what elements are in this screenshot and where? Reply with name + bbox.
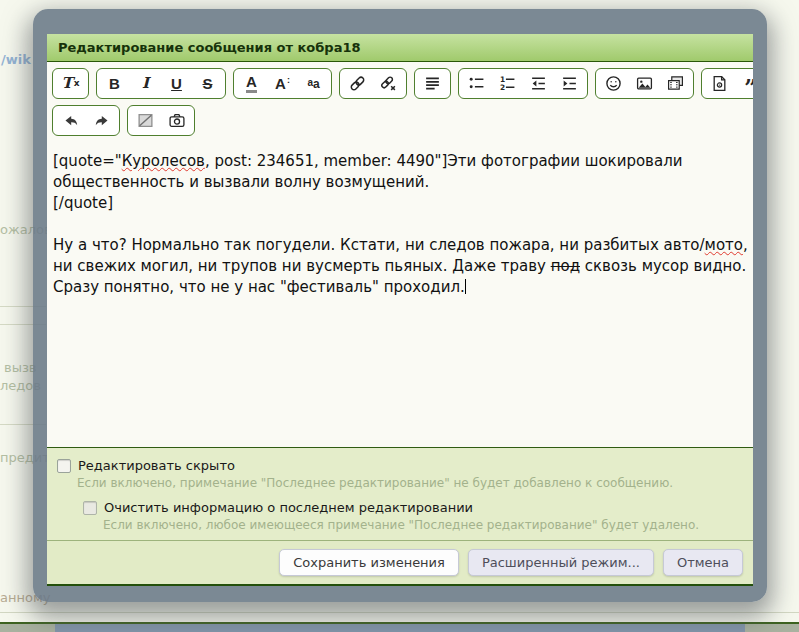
strikethrough-button[interactable]: S — [193, 71, 222, 96]
remove-link-button[interactable] — [374, 71, 403, 96]
font-size-icon: A: — [275, 76, 290, 91]
background-wiki-link: /wik — [1, 52, 31, 67]
clear-edit-option: Очистить информацию о последнем редактир… — [83, 500, 743, 515]
image-icon — [636, 75, 653, 92]
message-body-editor[interactable]: [quote="Куролесов, post: 234651, member:… — [47, 142, 753, 447]
outdent-button[interactable] — [524, 71, 553, 96]
page-footer-bar — [55, 624, 745, 632]
numbered-list-icon: 1 2 — [499, 75, 516, 92]
struck-word: под — [551, 257, 580, 275]
camera-icon — [168, 112, 186, 129]
editor-line: ни свежих могил, ни трупов ни вусмерть п… — [53, 256, 747, 277]
screenshot-stage: /wik ожалов вызв ледов предит анному Ред… — [0, 0, 799, 632]
group-links — [339, 68, 407, 99]
save-changes-button[interactable]: Сохранить изменения — [279, 549, 459, 576]
camera-upload-button[interactable] — [162, 108, 191, 133]
editor-line: Сразу понятно, что не у нас "фестиваль" … — [53, 277, 747, 298]
underline-icon: U — [171, 76, 182, 91]
smilies-button[interactable] — [599, 71, 628, 96]
page-footer-border — [0, 622, 799, 624]
bold-icon: B — [109, 76, 120, 91]
dialog-button-bar: Сохранить изменения Расширенный режим...… — [47, 540, 753, 586]
bold-button[interactable]: B — [100, 71, 129, 96]
group-lists: 1 2 — [458, 68, 588, 99]
font-family-icon: aa — [307, 78, 319, 90]
insert-image-button[interactable] — [630, 71, 659, 96]
insert-quote-button[interactable]: ” — [736, 71, 753, 96]
page-footer-rule — [0, 612, 799, 613]
editor-line — [53, 214, 747, 235]
clear-edit-label[interactable]: Очистить информацию о последнем редактир… — [104, 500, 473, 515]
outdent-icon — [530, 75, 547, 92]
media-icon — [667, 75, 684, 92]
insert-media-button[interactable] — [661, 71, 690, 96]
dialog-titlebar[interactable]: Редактирование сообщения от кобра18 — [47, 34, 753, 62]
indent-button[interactable] — [555, 71, 584, 96]
dialog-panel: Редактирование сообщения от кобра18 Tx B… — [47, 34, 753, 586]
alignment-button[interactable] — [418, 71, 447, 96]
group-font: A A: aa — [233, 68, 332, 99]
font-family-button[interactable]: aa — [299, 71, 328, 96]
link-icon — [349, 75, 366, 92]
cancel-button[interactable]: Отмена — [663, 549, 743, 576]
insert-link-button[interactable] — [343, 71, 372, 96]
group-alignment — [414, 68, 451, 99]
insert-code-button[interactable] — [705, 71, 734, 96]
clear-edit-checkbox[interactable] — [83, 501, 97, 515]
alignment-icon — [424, 75, 441, 92]
gallery-image-disabled-icon — [137, 112, 154, 129]
code-page-icon — [711, 75, 728, 92]
group-basic-format: B I U S — [96, 68, 226, 99]
editor-line: Ну а что? Нормально так погудели. Кстати… — [53, 235, 747, 256]
undo-button[interactable] — [56, 108, 85, 133]
clear-edit-hint: Если включено, любое имеющееся примечани… — [103, 518, 743, 532]
gallery-image-button[interactable] — [131, 108, 160, 133]
italic-button[interactable]: I — [131, 71, 160, 96]
strikethrough-icon: S — [202, 76, 212, 91]
toolbar-row-2 — [52, 105, 748, 136]
silent-edit-option: Редактировать скрыто — [57, 458, 743, 473]
underline-button[interactable]: U — [162, 71, 191, 96]
indent-icon — [561, 75, 578, 92]
silent-edit-label[interactable]: Редактировать скрыто — [78, 458, 235, 473]
text-cursor — [465, 279, 466, 294]
clear-edit-option-block: Очистить информацию о последнем редактир… — [83, 500, 743, 532]
edit-options-panel: Редактировать скрыто Если включено, прим… — [47, 447, 753, 540]
editor-toolbar: Tx B I U S A A: — [47, 62, 753, 142]
unlink-icon — [380, 75, 397, 92]
toolbar-row-1: Tx B I U S A A: — [52, 68, 748, 99]
quote-icon: ” — [744, 74, 753, 93]
editor-line: общественность и вызвали волну возмущени… — [53, 172, 747, 193]
group-attachments — [127, 105, 195, 136]
edit-message-dialog: Редактирование сообщения от кобра18 Tx B… — [33, 9, 767, 602]
text-color-button[interactable]: A — [237, 71, 266, 96]
silent-edit-hint: Если включено, примечание "Последнее ред… — [77, 476, 743, 490]
advanced-mode-button[interactable]: Расширенный режим... — [468, 549, 654, 576]
redo-button[interactable] — [87, 108, 116, 133]
italic-icon: I — [142, 76, 149, 91]
smiley-icon — [605, 75, 622, 92]
text-color-icon: A — [246, 74, 257, 93]
group-history — [52, 105, 120, 136]
editor-line: [quote="Куролесов, post: 234651, member:… — [53, 151, 747, 172]
background-text-fragment: вызв — [4, 360, 37, 375]
group-media — [595, 68, 694, 99]
bullet-list-button[interactable] — [462, 71, 491, 96]
group-blocks: ” — [701, 68, 753, 99]
svg-text:2: 2 — [500, 83, 505, 92]
misspelled-word: Куролесов — [122, 152, 205, 170]
undo-icon — [62, 113, 80, 129]
redo-icon — [93, 113, 111, 129]
remove-format-button[interactable]: Tx — [56, 71, 85, 96]
group-remove-format: Tx — [52, 68, 89, 99]
remove-format-icon: Tx — [62, 76, 80, 91]
bullet-list-icon — [468, 75, 485, 92]
misspelled-word: мото — [705, 236, 743, 254]
dialog-title: Редактирование сообщения от кобра18 — [58, 40, 361, 55]
editor-line: [/quote] — [53, 193, 747, 214]
silent-edit-checkbox[interactable] — [57, 459, 71, 473]
numbered-list-button[interactable]: 1 2 — [493, 71, 522, 96]
font-size-button[interactable]: A: — [268, 71, 297, 96]
